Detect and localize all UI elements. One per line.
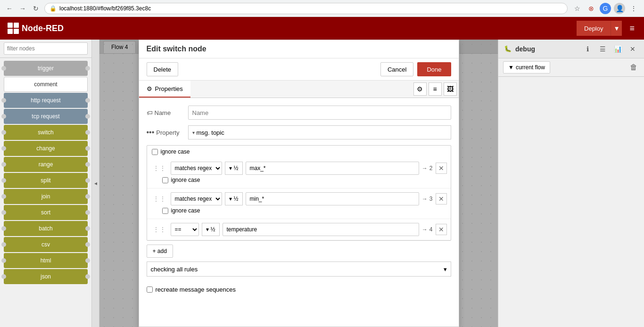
sidebar-item-join[interactable]: join [4,189,88,204]
rule-type-select-1[interactable]: matches regex == != contains [171,162,222,175]
app-layout: Node-RED Deploy ▼ ≡ trigger [0,17,644,327]
rule-num: 3 [429,196,433,202]
image-icon-btn[interactable]: 🖼 [444,82,457,96]
list-icon-btn[interactable]: ≡ [429,82,442,96]
settings-icon-btn[interactable]: ⚙ [413,82,427,96]
sidebar-item-batch[interactable]: batch [4,221,88,236]
toggle-icon: ◂ [94,180,97,187]
rule-ignore-checkbox-2[interactable] [162,208,168,214]
rule-output-1: → 2 [422,165,433,172]
node-input-dot [1,162,6,167]
debug-close-button[interactable]: ✕ [627,43,638,55]
sidebar-toggle[interactable]: ◂ [92,40,99,327]
cancel-button[interactable]: Cancel [380,62,413,76]
sidebar-item-split[interactable]: split [4,173,88,188]
rule-row-3: ⋮⋮ == != matches regex contains [151,223,447,236]
checking-rules-label: checking all rules [151,266,198,273]
hamburger-button[interactable]: ≡ [627,22,636,35]
canvas: Flow 4 Wireless Gatew... Ready [99,40,498,327]
back-button[interactable]: ← [5,4,14,13]
rule-type-select-3[interactable]: == != matches regex contains [171,223,199,236]
rule-delete-btn-1[interactable]: ✕ [436,163,447,174]
sidebar-item-html[interactable]: html [4,253,88,268]
deploy-button[interactable]: Deploy [577,21,611,36]
browser-bar: ← → ↻ 🔒 localhost:1880/#flow/bf269f85.3e… [0,0,644,17]
google-icon[interactable]: G [600,3,611,14]
cast-icon[interactable]: ⊗ [586,3,597,14]
filter-label: current flow [516,64,545,71]
sidebar-item-switch[interactable]: switch [4,125,88,140]
done-button[interactable]: Done [417,62,451,76]
debug-chart-button[interactable]: 📊 [612,43,623,55]
properties-tab[interactable]: ⚙ Properties [139,81,190,98]
rule-ignore-label: ignore case [171,207,200,214]
global-ignore-case-checkbox[interactable] [152,149,158,155]
debug-list-button[interactable]: ☰ [597,43,608,55]
node-input-dot [1,130,6,135]
star-icon[interactable]: ☆ [571,3,583,14]
current-flow-filter-button[interactable]: ▼ current flow [503,61,550,74]
modal-scroll: 🏷 Name ••• Property [139,98,459,327]
url-bar[interactable]: 🔒 localhost:1880/#flow/bf269f85.3ec8c [44,3,568,14]
node-output-dot [85,258,90,263]
rule-value-type-btn-3[interactable]: ▾ ½ [202,223,220,236]
navbar: Node-RED Deploy ▼ ≡ [0,17,644,40]
reload-button[interactable]: ↻ [31,4,41,13]
rule-ignore-checkbox-1[interactable] [162,177,168,183]
more-icon[interactable]: ⋮ [628,3,639,14]
recreate-checkbox[interactable] [147,286,153,293]
property-select[interactable]: ▾ msg. topic [188,125,451,139]
logo-sq3 [8,29,13,34]
app-title: Node-RED [22,24,64,33]
sidebar-item-label: batch [8,225,84,232]
node-output-dot [85,114,90,119]
rule-input-3[interactable] [223,223,419,236]
sidebar-item-range[interactable]: range [4,157,88,172]
filter-icon: ▼ [508,64,514,71]
rule-drag-handle-2[interactable]: ⋮⋮ [151,195,168,203]
sidebar-item-csv[interactable]: csv [4,237,88,252]
modal-title: Edit switch node [147,45,206,53]
sidebar-item-http-request[interactable]: http request [4,93,88,108]
add-rule-button[interactable]: + add [147,245,173,258]
delete-button[interactable]: Delete [147,62,179,76]
rule-value-type-btn-2[interactable]: ▾ ½ [225,192,243,205]
rule-drag-handle-1[interactable]: ⋮⋮ [151,164,168,172]
rule-ignore-label: ignore case [171,177,200,183]
rule-type-select-2[interactable]: matches regex == != contains [171,192,222,205]
node-output-dot [85,66,90,71]
sidebar-item-sort[interactable]: sort [4,205,88,220]
node-output-dot [85,194,90,199]
global-ignore-case-row: ignore case [147,146,451,158]
name-input[interactable] [188,106,451,120]
sidebar-nodes: trigger comment http request tcp request [0,58,91,327]
sidebar-item-label: json [8,273,84,280]
checking-rules-select[interactable]: checking all rules ▾ [147,262,451,277]
search-input[interactable] [4,42,88,55]
sidebar-item-trigger[interactable]: trigger [4,61,88,76]
rule-delete-btn-2[interactable]: ✕ [436,193,447,204]
rule-value-type-btn-1[interactable]: ▾ ½ [225,162,243,175]
deploy-dropdown-button[interactable]: ▼ [611,21,622,36]
rule-input-2[interactable] [246,192,419,205]
clear-debug-button[interactable]: 🗑 [628,62,639,73]
sidebar-item-change[interactable]: change [4,141,88,156]
profile-icon[interactable]: 👤 [614,3,625,14]
name-icon: 🏷 [147,109,153,116]
node-input-dot [1,210,6,215]
rule-row-2: ⋮⋮ matches regex == != contains [151,192,447,205]
right-panel-header: 🐛 debug ℹ ☰ 📊 ✕ [498,40,644,58]
rule-delete-btn-3[interactable]: ✕ [436,224,447,235]
property-row: ••• Property ▾ msg. topic [147,125,451,139]
rule-drag-handle-3[interactable]: ⋮⋮ [151,226,168,233]
sidebar-item-comment[interactable]: comment [4,77,88,92]
rule-input-1[interactable] [246,162,419,175]
rule-type-icon: ½ [234,196,239,202]
sidebar-item-tcp-request[interactable]: tcp request [4,109,88,124]
node-output-dot [85,146,90,151]
browser-icons: ☆ ⊗ G 👤 ⋮ [571,3,639,14]
sidebar-item-json[interactable]: json [4,269,88,284]
forward-button[interactable]: → [18,4,27,13]
modal-header: Edit switch node [139,40,459,58]
debug-info-button[interactable]: ℹ [582,43,593,55]
